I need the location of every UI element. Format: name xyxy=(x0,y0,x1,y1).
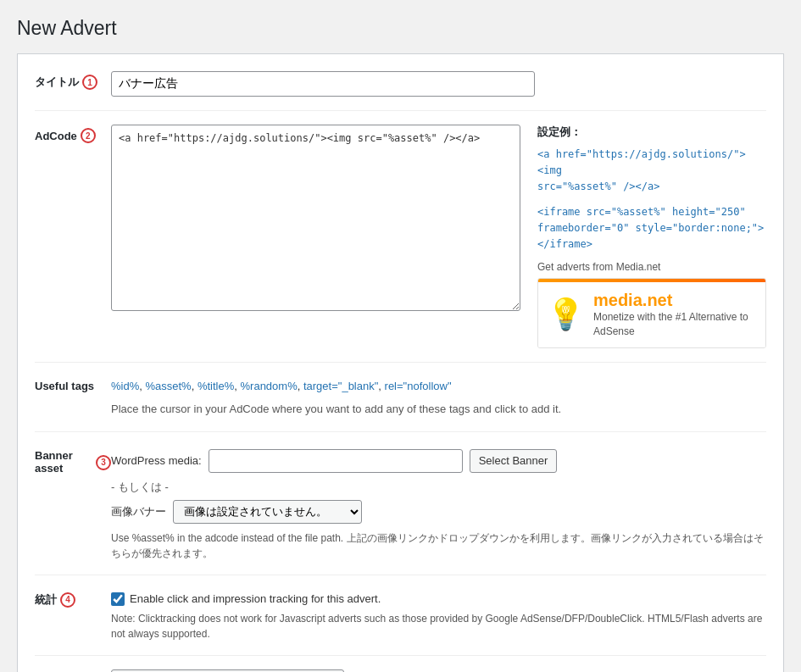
step-badge-1: 1 xyxy=(82,75,97,90)
tag-link-random[interactable]: %random% xyxy=(241,380,298,392)
stats-note: Note: Clicktracking does not work for Ja… xyxy=(111,611,766,641)
wp-media-input[interactable] xyxy=(209,449,463,473)
image-banner-row: 画像バナー 画像は設定されていません。 xyxy=(111,500,766,524)
medianet-tagline: Monetize with the #1 Alternative to AdSe… xyxy=(593,310,757,339)
tag-link-rel[interactable]: rel="nofollow" xyxy=(385,380,452,392)
useful-tags-links: %id%, %asset%, %title%, %random%, target… xyxy=(111,376,766,396)
tag-link-target[interactable]: target="_blank" xyxy=(303,380,378,392)
medianet-brand: media.net xyxy=(593,291,757,310)
banner-asset-row: Banner asset 3 WordPress media: Select B… xyxy=(35,446,766,575)
page-container: New Advert タイトル 1 AdCode 2 <a href="http… xyxy=(17,17,784,672)
tag-link-id[interactable]: %id% xyxy=(111,380,139,392)
main-panel: タイトル 1 AdCode 2 <a href="https://ajdg.so… xyxy=(17,53,784,672)
tag-link-title[interactable]: %title% xyxy=(197,380,234,392)
image-banner-label: 画像バナー xyxy=(111,504,166,519)
stats-label: 統計 4 xyxy=(35,589,111,608)
select-banner-button[interactable]: Select Banner xyxy=(470,449,558,473)
config-example-code-1: <a href="https://ajdg.solutions/"><imgsr… xyxy=(537,147,766,196)
banner-asset-content: WordPress media: Select Banner - もしくは - … xyxy=(111,446,766,561)
availability-content: この広告を掲載されるように設定する xyxy=(111,669,766,672)
adcode-field-content: <a href="https://ajdg.solutions/"><img s… xyxy=(111,125,766,348)
title-label: タイトル 1 xyxy=(35,71,111,90)
useful-tags-content: %id%, %asset%, %title%, %random%, target… xyxy=(111,376,766,418)
wp-media-row: WordPress media: Select Banner xyxy=(111,449,766,473)
adcode-row: AdCode 2 <a href="https://ajdg.solutions… xyxy=(35,125,766,363)
banner-description: Use %asset% in the adcode instead of the… xyxy=(111,530,766,561)
useful-tags-label: Useful tags xyxy=(35,376,111,392)
adcode-label: AdCode 2 xyxy=(35,125,111,143)
availability-label: 利用可能 5 xyxy=(35,669,111,672)
media-net-box: 💡 media.net Monetize with the #1 Alterna… xyxy=(537,278,766,348)
get-adverts-label: Get adverts from Media.net xyxy=(537,261,766,273)
wp-media-label: WordPress media: xyxy=(111,454,202,467)
title-field-content xyxy=(111,71,766,97)
adcode-right: 設定例： <a href="https://ajdg.solutions/"><… xyxy=(537,125,766,348)
banner-asset-label: Banner asset 3 xyxy=(35,446,111,475)
step-badge-3: 3 xyxy=(96,455,111,470)
useful-tags-desc: Place the cursor in your AdCode where yo… xyxy=(111,401,766,418)
tag-link-asset[interactable]: %asset% xyxy=(145,380,191,392)
stats-content: Enable click and impression tracking for… xyxy=(111,589,766,641)
media-net-content: 💡 media.net Monetize with the #1 Alterna… xyxy=(538,282,765,347)
checkbox-label: Enable click and impression tracking for… xyxy=(130,592,381,605)
availability-row: 利用可能 5 この広告を掲載されるように設定する xyxy=(35,669,766,672)
title-input[interactable] xyxy=(111,71,535,97)
medianet-text: media.net Monetize with the #1 Alternati… xyxy=(593,291,757,339)
adcode-inner-row: <a href="https://ajdg.solutions/"><img s… xyxy=(111,125,766,348)
step-badge-2: 2 xyxy=(81,128,96,143)
checkbox-row: Enable click and impression tracking for… xyxy=(111,592,766,606)
stats-row: 統計 4 Enable click and impression trackin… xyxy=(35,589,766,656)
useful-tags-row: Useful tags %id%, %asset%, %title%, %ran… xyxy=(35,376,766,432)
availability-select[interactable]: この広告を掲載されるように設定する xyxy=(111,669,344,672)
adcode-left: <a href="https://ajdg.solutions/"><img s… xyxy=(111,125,520,314)
stats-checkbox[interactable] xyxy=(111,592,125,606)
medianet-icon: 💡 xyxy=(547,297,585,332)
adcode-textarea[interactable]: <a href="https://ajdg.solutions/"><img s… xyxy=(111,125,520,311)
config-example-code-2: <iframe src="%asset%" height="250"frameb… xyxy=(537,204,766,253)
page-title: New Advert xyxy=(17,17,784,40)
title-row: タイトル 1 xyxy=(35,71,766,111)
config-example-label: 設定例： xyxy=(537,125,766,140)
image-banner-select[interactable]: 画像は設定されていません。 xyxy=(173,500,362,524)
or-text: - もしくは - xyxy=(111,480,766,495)
step-badge-4: 4 xyxy=(60,592,75,608)
